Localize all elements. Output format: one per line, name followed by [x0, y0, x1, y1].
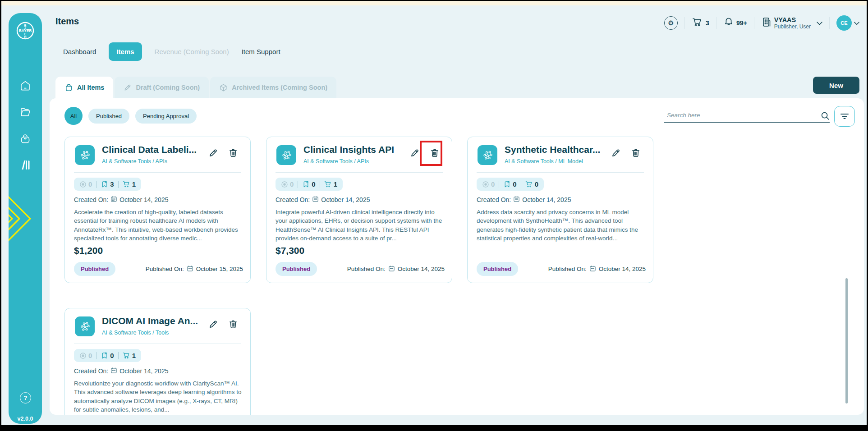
primary-tabs: Dashboard Items Revenue (Coming Soon) It…	[63, 42, 280, 61]
created-on-row: Created On: October 14, 2025	[74, 367, 168, 375]
status-badge: Published	[477, 262, 518, 276]
item-price: $1,200	[74, 245, 103, 256]
filter-pending-approval[interactable]: Pending Approval	[135, 109, 197, 124]
divider	[716, 17, 716, 29]
cart-button[interactable]: 3	[692, 17, 709, 29]
delete-item-button[interactable]	[631, 148, 641, 158]
tab-item-support[interactable]: Item Support	[242, 48, 280, 55]
chevron-down-icon[interactable]	[817, 19, 822, 27]
card-footer: Published Published On: October 14, 2025	[477, 262, 646, 276]
edit-item-button[interactable]	[611, 148, 621, 158]
item-card: Synthetic Healthcar... AI & Software Too…	[467, 137, 653, 283]
home-icon[interactable]	[19, 80, 31, 92]
item-description: Accelerate the creation of high-quality,…	[74, 208, 243, 243]
ai-model-icon	[276, 145, 296, 165]
bell-icon	[723, 17, 734, 29]
subtab-all-items[interactable]: All Items	[55, 77, 113, 98]
divider	[754, 17, 754, 29]
status-filters: All Published Pending Approval	[64, 107, 197, 125]
bookmark-icon	[302, 180, 310, 188]
calendar-icon	[110, 196, 117, 204]
trash-icon	[430, 148, 440, 158]
divider	[298, 181, 298, 188]
views-icon	[281, 181, 288, 188]
avatar[interactable]: CE	[836, 15, 852, 31]
filter-published[interactable]: Published	[88, 109, 129, 124]
item-card: Clinical Data Labeli... AI & Software To…	[64, 137, 251, 283]
edit-item-button[interactable]	[208, 319, 218, 329]
page-title: Items	[55, 16, 79, 27]
svg-text:R: R	[24, 35, 26, 38]
item-subtabs: All Items Draft (Coming Soon) Archived I…	[55, 77, 336, 98]
vertical-scrollbar[interactable]	[845, 278, 848, 403]
delete-item-button[interactable]	[430, 148, 440, 158]
calendar-icon	[312, 196, 319, 204]
basket-icon	[64, 83, 73, 92]
item-category: AI & Software Tools / APIs	[303, 158, 369, 165]
notifications-button[interactable]: 99+	[723, 17, 747, 29]
pencil-icon	[208, 319, 218, 329]
item-stats: 0 0 1	[276, 178, 343, 191]
search-input[interactable]	[664, 109, 821, 122]
item-stats: 0 3 1	[74, 178, 141, 191]
items-panel: All Published Pending Approval Clinical …	[50, 98, 864, 415]
item-stats: 0 0 1	[74, 349, 141, 362]
bookmarks-count: 0	[312, 180, 315, 188]
new-item-button[interactable]: New	[813, 77, 859, 94]
pencil-icon	[611, 148, 621, 158]
bookmark-icon	[101, 180, 108, 188]
divider	[684, 17, 685, 29]
cart-count: 3	[706, 19, 709, 27]
bookmark-icon	[101, 352, 108, 359]
divider	[829, 17, 830, 29]
cart-icon	[692, 17, 703, 29]
org-switcher[interactable]: VYAAS Publisher, User	[761, 16, 822, 30]
profile-menu[interactable]: CE	[836, 15, 859, 31]
help-icon[interactable]: ?	[20, 392, 31, 403]
divider	[74, 344, 241, 344]
app-version: v2.0.0	[9, 416, 42, 422]
views-icon	[79, 352, 87, 359]
item-title: Clinical Data Labeli...	[102, 144, 206, 155]
created-on-row: Created On: October 14, 2025	[74, 196, 168, 204]
item-category: AI & Software Tools / Tools	[102, 330, 169, 336]
settings-gear-icon[interactable]: ⚙	[664, 16, 678, 30]
delete-item-button[interactable]	[228, 148, 238, 158]
ai-model-icon	[75, 316, 95, 336]
trash-icon	[228, 319, 238, 329]
created-date: October 14, 2025	[522, 196, 571, 203]
created-date: October 14, 2025	[119, 196, 168, 203]
created-on-row: Created On: October 14, 2025	[477, 196, 571, 204]
card-footer: Published Published On: October 14, 2025	[276, 262, 445, 276]
item-title: Synthetic Healthcar...	[505, 144, 608, 155]
filter-all[interactable]: All	[64, 107, 83, 125]
trash-icon	[631, 148, 641, 158]
created-date: October 14, 2025	[119, 367, 168, 375]
published-on-row: Published On: October 14, 2025	[548, 265, 646, 273]
edit-item-button[interactable]	[208, 148, 218, 158]
cart-count: 0	[535, 180, 538, 188]
tab-dashboard[interactable]: Dashboard	[63, 48, 96, 55]
tab-items[interactable]: Items	[109, 42, 142, 61]
header-actions: ⚙ 3 99+ VYAAS Publisher, User	[664, 14, 859, 32]
tab-revenue: Revenue (Coming Soon)	[155, 48, 229, 55]
chevron-pattern-decoration	[9, 193, 42, 244]
created-on-row: Created On: October 14, 2025	[276, 196, 370, 204]
org-role: Publisher, User	[774, 23, 811, 30]
card-footer: Published Published On: October 15, 2025	[74, 262, 243, 276]
brand-mark-icon[interactable]	[19, 159, 31, 171]
views-count: 0	[88, 180, 92, 188]
filter-button[interactable]	[834, 106, 855, 127]
published-on-row: Published On: October 15, 2025	[146, 265, 243, 273]
edit-item-button[interactable]	[410, 148, 420, 158]
search-icon[interactable]	[821, 111, 830, 120]
divider	[118, 181, 119, 188]
item-description: Revolutionize your diagnostic workflow w…	[74, 379, 243, 414]
pencil-icon	[208, 148, 218, 158]
delete-item-button[interactable]	[228, 319, 238, 329]
divider	[74, 172, 241, 173]
chevron-down-icon[interactable]	[854, 19, 859, 27]
bag-icon[interactable]	[19, 133, 31, 145]
folder-icon[interactable]	[19, 106, 31, 118]
item-price: $7,300	[276, 245, 304, 256]
